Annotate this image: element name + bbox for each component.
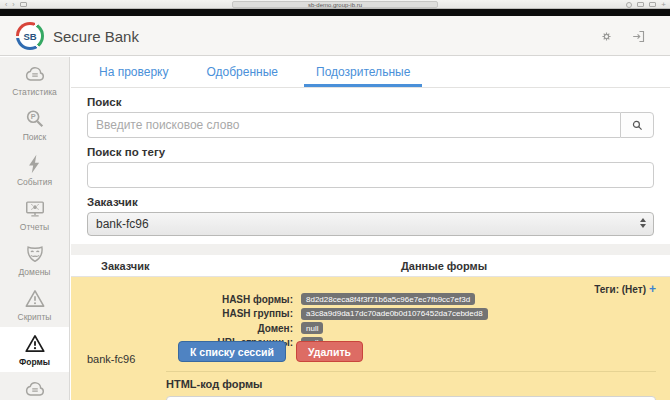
add-tag-button[interactable]: + [649,282,656,296]
page-top-bar [0,9,670,16]
search-label: Поиск [87,96,654,108]
page: ‹ › sb-demo.group-ib.ru + SB Secure Bank [0,0,670,400]
app-title: Secure Bank [53,28,139,45]
search-p-icon: P [24,108,46,130]
sidebar-label: Поиск [23,132,47,142]
sidebar-item-domains[interactable]: Домены [0,237,69,282]
browser-forward-icon[interactable]: › [12,2,14,7]
sidebar-item-statistics[interactable]: Статистика [0,57,69,102]
logo-text: SB [19,25,41,47]
monitor-bug-icon [24,198,46,220]
tag-search-input[interactable] [87,162,654,188]
customer-label: Заказчик [87,196,654,208]
sidebar-label: Скрипты [18,312,52,322]
browser-download-icon[interactable] [626,2,632,8]
meta-row-domain: Домен: null [71,322,488,334]
svg-text:P: P [30,112,35,121]
table-header-row: Заказчик Данные формы [71,255,670,277]
warning-triangle-icon [24,333,46,355]
browser-address-bar[interactable]: sb-demo.group-ib.ru [232,1,438,8]
sidebar-item-verified[interactable]: Проверенные [0,372,69,400]
col-header-form-data: Данные формы [401,260,487,272]
form-hash-label: HASH формы: [71,294,293,305]
sidebar-item-search[interactable]: P Поиск [0,102,69,147]
domain-label: Домен: [71,323,293,334]
verified-report-icon [24,378,46,400]
col-header-customer: Заказчик [101,260,149,272]
sidebar-label: События [17,177,52,187]
tab-approved[interactable]: Одобренные [195,57,291,87]
filters-section: Поиск Поиск по тегу Заказчик bank-fc96 [71,88,670,236]
stats-report-icon [24,63,46,85]
browser-new-tab-icon[interactable]: + [661,1,666,8]
sidebar-label: Статистика [12,87,57,97]
mask-icon [24,243,46,265]
browser-sidebar-icon[interactable] [20,2,27,7]
meta-row-group-hash: HASH группы: a3c8a9d9da17dc70ade0b0d1076… [71,308,488,320]
browser-back-icon[interactable]: ‹ [5,2,7,7]
divider [166,371,656,372]
tab-suspicious[interactable]: Подозрительные [304,57,422,87]
warning-triangle-icon [24,288,46,310]
section-divider-band [71,244,670,255]
secure-bank-logo: SB [16,22,44,50]
sidebar: Статистика P Поиск События Отчеты [0,57,70,400]
sessions-list-button[interactable]: К списку сессий [178,341,286,362]
sidebar-item-scripts[interactable]: Скрипты [0,282,69,327]
sidebar-label: Формы [19,357,50,367]
customer-select[interactable]: bank-fc96 [87,212,654,236]
sidebar-item-events[interactable]: События [0,147,69,192]
row-customer-value: bank-fc96 [87,353,135,365]
meta-row-form-hash: HASH формы: 8d2d28ceca8f4f3f71b6a5c96e7e… [71,293,488,305]
settings-gear-icon[interactable] [599,29,614,44]
form-hash-badge: 8d2d28ceca8f4f3f71b6a5c96e7ec7fb9cc7ef3d [301,293,475,305]
sidebar-item-reports[interactable]: Отчеты [0,192,69,237]
search-input[interactable] [87,112,620,138]
suspicious-form-row: Теги: (Нет)+ HASH формы: 8d2d28ceca8f4f3… [71,277,670,400]
sidebar-label: Отчеты [20,222,49,232]
browser-share-icon[interactable] [637,2,644,7]
tab-bar: На проверку Одобренные Подозрительные [71,57,670,88]
main-content: На проверку Одобренные Подозрительные По… [71,57,670,400]
app-header: SB Secure Bank [0,16,670,56]
form-html-title: HTML-код формы [166,378,656,390]
sidebar-label: Домены [19,267,51,277]
logout-icon[interactable] [631,29,646,44]
lightning-icon [24,153,46,175]
delete-button[interactable]: Удалить [296,341,363,362]
group-hash-label: HASH группы: [71,308,293,319]
tags-label: Теги: (Нет) [594,284,646,295]
sidebar-item-forms[interactable]: Формы [0,327,69,372]
browser-url: sb-demo.group-ib.ru [308,2,362,8]
search-icon [631,119,644,132]
tab-for-review[interactable]: На проверку [87,57,181,87]
domain-badge: null [301,322,323,334]
group-hash-badge: a3c8a9d9da17dc70ade0b0d1076452da7cebded8 [301,308,488,320]
browser-toolbar: ‹ › sb-demo.group-ib.ru + [0,0,670,9]
browser-tabs-icon[interactable] [649,2,656,7]
form-html-section: HTML-код формы <form action="https://url… [166,371,656,400]
select-stepper-icon [640,218,646,228]
tag-search-label: Поиск по тегу [87,146,654,158]
form-html-code: <form action="https://url-174.mask/ipche… [166,396,656,400]
customer-select-value: bank-fc96 [96,217,149,231]
search-button[interactable] [620,112,654,138]
